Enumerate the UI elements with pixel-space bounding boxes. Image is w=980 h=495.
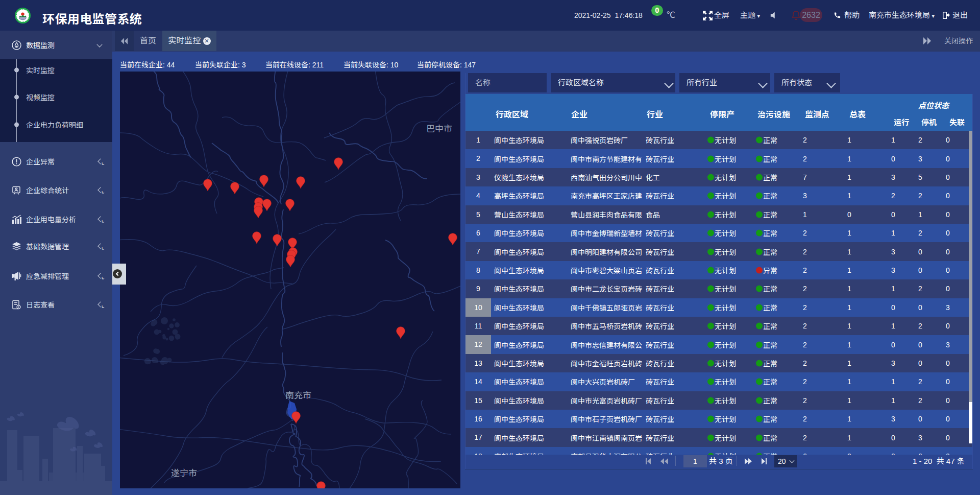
svg-text:遂宁市: 遂宁市 [171, 468, 197, 478]
svg-text:巴中市: 巴中市 [426, 124, 452, 134]
svg-text:南充市: 南充市 [285, 391, 311, 400]
